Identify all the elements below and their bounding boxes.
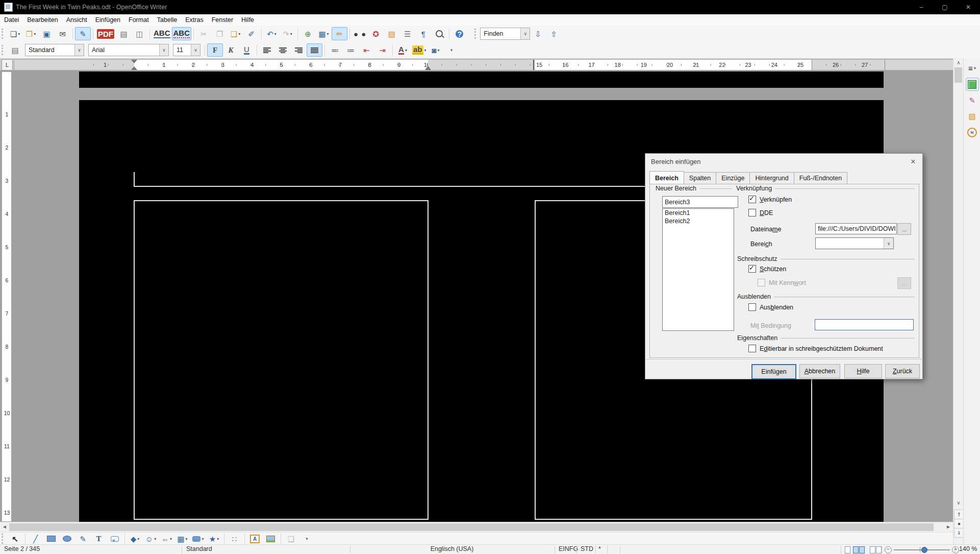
ellipse-tool-button[interactable] — [59, 533, 75, 545]
scroll-right-icon[interactable]: ► — [946, 524, 951, 529]
horizontal-scroll-thumb[interactable] — [9, 523, 934, 531]
find-next-button[interactable]: ⇩ — [530, 27, 546, 40]
insert-button[interactable]: Einfügen — [751, 364, 796, 379]
bullet-list-button[interactable]: ≔ — [343, 43, 359, 57]
align-right-button[interactable] — [291, 43, 307, 57]
section-list-item[interactable]: Bereich2 — [663, 217, 734, 225]
single-page-view-icon[interactable] — [845, 546, 850, 553]
cancel-button[interactable]: Abbrechen — [799, 364, 840, 378]
text-tool-button[interactable]: T — [91, 533, 107, 545]
find-replace-button[interactable]: ● ● — [352, 27, 368, 40]
increase-indent-button[interactable]: ⇥ — [374, 43, 390, 57]
sidebar-gallery-icon[interactable]: ▧ — [966, 110, 978, 123]
zoom-slider-thumb[interactable] — [921, 547, 927, 553]
styles-window-button[interactable]: ▤ — [7, 43, 23, 57]
rectangle-tool-button[interactable] — [43, 533, 59, 545]
menu-item[interactable]: Format — [124, 15, 153, 25]
menu-item[interactable]: Ansicht — [62, 15, 91, 25]
section-list-item[interactable]: Bereich1 — [663, 209, 734, 217]
page-number-status[interactable]: Seite 2 / 345 — [4, 545, 40, 552]
minimize-button[interactable]: – — [910, 0, 933, 14]
help-button-dialog[interactable]: Hilfe — [844, 364, 882, 378]
fontwork-button[interactable]: A — [247, 533, 263, 545]
dde-checkbox[interactable] — [748, 209, 756, 216]
paste-button[interactable]: ❑▾ — [228, 27, 243, 40]
flowchart-button[interactable]: ▦▾ — [174, 533, 190, 545]
insert-picture-button[interactable] — [263, 533, 279, 545]
background-color-button[interactable]: ◙▾ — [428, 43, 444, 57]
page-style-status[interactable]: Standard — [186, 545, 212, 552]
page-preview-button[interactable]: ◫ — [132, 27, 147, 40]
chevron-down-icon[interactable]: ∨ — [884, 238, 893, 249]
print-button[interactable]: ▤ — [116, 27, 132, 40]
block-arrows-button[interactable]: ⇔▾ — [159, 533, 174, 545]
scroll-up-icon[interactable]: ∧ — [953, 58, 964, 67]
sidebar-properties-icon[interactable] — [966, 78, 979, 91]
align-left-button[interactable] — [259, 43, 275, 57]
zoom-out-icon[interactable]: − — [885, 546, 892, 553]
hide-checkbox[interactable] — [748, 303, 756, 311]
zoom-button[interactable] — [431, 27, 447, 40]
line-tool-button[interactable]: ╱ — [28, 533, 43, 545]
menu-item[interactable]: Einfügen — [91, 15, 124, 25]
find-previous-button[interactable]: ⇧ — [546, 27, 562, 40]
hyperlink-button[interactable]: ⊕ — [300, 27, 316, 40]
vertical-ruler[interactable]: 12345678910111213 — [2, 71, 12, 522]
bold-button[interactable]: F — [207, 43, 223, 57]
sidebar-navigator-icon[interactable]: N — [966, 126, 978, 138]
horizontal-ruler[interactable]: 1 12345678910 1516171819202122232425 262… — [14, 59, 962, 70]
numbered-list-button[interactable]: ≕ — [327, 43, 343, 57]
chevron-down-icon[interactable]: ∨ — [191, 44, 200, 56]
text-callout-button[interactable] — [107, 533, 122, 545]
edit-file-button[interactable]: ✎ — [75, 27, 91, 40]
font-size-select[interactable]: 11 ∨ — [173, 44, 200, 56]
toolbar-grip[interactable] — [2, 534, 5, 544]
dialog-close-icon[interactable]: ✕ — [909, 157, 917, 165]
paragraph-style-select[interactable]: Standard ∨ — [25, 44, 84, 56]
new-section-name-input[interactable]: Bereich3 — [662, 196, 738, 208]
basic-shapes-button[interactable]: ◆▾ — [127, 533, 143, 545]
stars-button[interactable]: ★▾ — [206, 533, 222, 545]
chevron-down-icon[interactable]: ∨ — [74, 44, 84, 56]
sidebar-menu-icon[interactable]: ≡▾ — [966, 62, 978, 74]
text-frame-left[interactable] — [134, 200, 429, 520]
toolbar-grip[interactable] — [2, 45, 5, 55]
zoom-in-icon[interactable]: + — [952, 546, 959, 553]
insert-mode-status[interactable]: EINFG — [559, 545, 578, 552]
multi-page-view-icon[interactable] — [853, 546, 859, 553]
menu-item[interactable]: Extras — [181, 15, 207, 25]
spellcheck-button[interactable]: ABC — [152, 27, 172, 40]
section-select[interactable]: ∨ — [815, 237, 894, 249]
select-tool-button[interactable]: ↖ — [7, 533, 23, 545]
vertical-scroll-thumb[interactable] — [954, 67, 962, 83]
decrease-indent-button[interactable]: ⇤ — [359, 43, 374, 57]
link-checkbox[interactable] — [748, 196, 756, 203]
menu-item[interactable]: Datei — [0, 15, 23, 25]
email-button[interactable]: ✉ — [55, 27, 70, 40]
gallery-button[interactable]: ▧ — [384, 27, 399, 40]
menu-item[interactable]: Hilfe — [237, 15, 258, 25]
toolbar-overflow-button[interactable]: ▾ — [444, 43, 460, 57]
format-paintbrush-button[interactable]: ✐ — [243, 27, 259, 40]
font-name-select[interactable]: Arial ∨ — [88, 44, 169, 56]
scroll-left-icon[interactable]: ◄ — [2, 524, 7, 529]
right-indent-marker[interactable] — [425, 63, 431, 70]
dialog-tab[interactable]: Fuß-/Endnoten — [794, 172, 847, 185]
book-view-icon[interactable] — [870, 546, 875, 553]
undo-button[interactable]: ↶▾ — [264, 27, 280, 40]
previous-page-button[interactable]: ⇑ — [954, 510, 964, 519]
browse-button[interactable]: ... — [897, 223, 911, 235]
zoom-level-status[interactable]: 140 % — [959, 545, 977, 552]
open-button[interactable]: ❒▾ — [23, 27, 39, 40]
italic-button[interactable]: K — [223, 43, 239, 57]
horizontal-scrollbar[interactable]: ◄ ► — [0, 522, 953, 533]
chevron-down-icon[interactable]: ∨ — [520, 28, 530, 39]
save-button[interactable]: ▣ — [39, 27, 55, 40]
maximize-button[interactable]: ▢ — [933, 0, 957, 14]
back-button[interactable]: Zurück — [885, 364, 920, 378]
menu-item[interactable]: Fenster — [208, 15, 237, 25]
navigator-button[interactable]: ✪ — [368, 27, 384, 40]
dialog-tab[interactable]: Bereich — [649, 171, 684, 184]
draw-functions-button[interactable]: ✏ — [332, 27, 347, 40]
underline-button[interactable]: U — [239, 43, 255, 57]
